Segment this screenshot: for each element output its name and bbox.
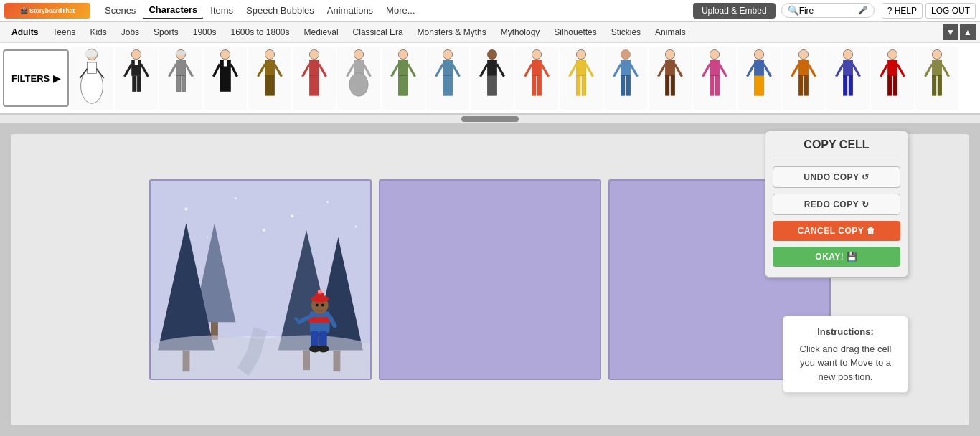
cat-animals[interactable]: Animals	[648, 24, 693, 41]
character-9[interactable]	[426, 47, 469, 110]
character-5[interactable]	[248, 47, 291, 110]
svg-line-17	[169, 64, 176, 77]
character-12[interactable]	[560, 47, 603, 110]
character-4[interactable]	[204, 47, 247, 110]
search-area: 🔍 🎤	[781, 3, 875, 18]
character-8[interactable]	[382, 47, 425, 110]
svg-rect-82	[715, 76, 720, 96]
redo-copy-button[interactable]: REDO COPY ↻	[773, 194, 900, 215]
filters-arrow-icon: ▶	[53, 73, 60, 84]
character-11[interactable]	[515, 47, 558, 110]
cat-sports[interactable]: Sports	[146, 24, 186, 41]
cat-jobs[interactable]: Jobs	[114, 24, 146, 41]
cat-medieval[interactable]: Medieval	[297, 24, 346, 41]
character-6[interactable]	[293, 47, 336, 110]
storyboard-cell-2[interactable]	[379, 179, 601, 380]
nav-scenes[interactable]: Scenes	[99, 2, 141, 19]
winter-scene	[151, 181, 370, 379]
svg-point-45	[443, 49, 453, 59]
svg-point-117	[185, 207, 188, 210]
character-3[interactable]	[159, 47, 202, 110]
cancel-copy-button[interactable]: CANCEL COPY 🗑	[773, 221, 900, 241]
svg-rect-64	[582, 76, 586, 96]
character-14[interactable]	[649, 47, 692, 110]
svg-line-71	[614, 64, 621, 77]
svg-rect-105	[893, 76, 897, 96]
mic-icon[interactable]: 🎤	[858, 6, 868, 15]
svg-point-19	[176, 51, 187, 56]
svg-rect-15	[177, 76, 182, 92]
nav-items[interactable]: Items	[204, 2, 239, 19]
svg-rect-93	[804, 76, 809, 96]
upload-embed-button[interactable]: Upload & Embed	[693, 3, 776, 19]
nav-more[interactable]: More...	[380, 2, 420, 19]
cat-stickies[interactable]: Stickies	[604, 24, 648, 41]
cat-arrow-down[interactable]: ▼	[943, 24, 958, 40]
okay-button[interactable]: OKAY! 💾	[773, 247, 900, 267]
character-20[interactable]	[915, 47, 958, 110]
character-16[interactable]	[738, 47, 781, 110]
svg-rect-14	[176, 60, 186, 76]
help-button[interactable]: ? HELP	[882, 3, 923, 19]
cat-adults[interactable]: Adults	[4, 24, 45, 41]
svg-point-25	[265, 49, 275, 59]
nav-speech-bubbles[interactable]: Speech Bubbles	[240, 2, 320, 19]
svg-rect-47	[443, 76, 453, 96]
cat-classical-era[interactable]: Classical Era	[346, 24, 410, 41]
svg-point-121	[207, 237, 208, 238]
cat-mythology[interactable]: Mythology	[494, 24, 547, 41]
svg-point-40	[399, 49, 408, 59]
cat-teens[interactable]: Teens	[45, 24, 83, 41]
character-10[interactable]	[471, 47, 514, 110]
svg-line-22	[214, 64, 220, 77]
character-17[interactable]	[782, 47, 825, 110]
cat-kids[interactable]: Kids	[83, 24, 113, 41]
nav-characters[interactable]: Characters	[143, 1, 203, 19]
character-18[interactable]	[826, 47, 870, 110]
svg-line-101	[853, 64, 860, 77]
cat-1600s-1800s[interactable]: 1600s to 1800s	[223, 24, 296, 41]
character-15[interactable]	[693, 47, 736, 110]
svg-line-94	[792, 64, 799, 77]
undo-copy-button[interactable]: UNDO COPY ↺	[773, 166, 900, 188]
cat-silhouettes[interactable]: Silhouettes	[547, 24, 603, 41]
svg-rect-87	[755, 76, 764, 96]
instructions-title: Instructions:	[793, 325, 897, 339]
svg-line-112	[925, 64, 933, 77]
character-19[interactable]	[871, 47, 914, 110]
svg-rect-27	[265, 76, 275, 96]
character-7[interactable]	[337, 47, 380, 110]
logout-button[interactable]: LOG OUT	[925, 3, 976, 19]
svg-line-38	[347, 64, 354, 77]
svg-point-20	[221, 49, 230, 59]
svg-rect-69	[621, 76, 626, 96]
character-2[interactable]	[115, 47, 158, 110]
svg-line-95	[809, 64, 816, 77]
character-1[interactable]	[70, 47, 113, 110]
svg-point-139	[318, 346, 329, 353]
svg-point-50	[488, 49, 497, 59]
cat-1900s[interactable]: 1900s	[186, 24, 224, 41]
svg-rect-110	[933, 76, 937, 96]
cat-arrow-up[interactable]: ▲	[960, 24, 976, 40]
filters-button[interactable]: FILTERS ▶	[3, 49, 69, 107]
search-input[interactable]	[799, 6, 857, 16]
svg-point-122	[263, 229, 265, 232]
svg-line-48	[436, 64, 443, 77]
svg-rect-98	[844, 76, 848, 96]
svg-point-79	[710, 49, 720, 59]
svg-rect-8	[133, 76, 137, 92]
character-13[interactable]	[604, 47, 647, 110]
svg-point-123	[355, 226, 357, 228]
scroll-thumb[interactable]	[461, 116, 519, 122]
svg-line-49	[453, 64, 460, 77]
nav-animations[interactable]: Animations	[321, 2, 379, 19]
storyboard-cell-1[interactable]	[149, 179, 372, 380]
cat-monsters-myths[interactable]: Monsters & Myths	[410, 24, 494, 41]
svg-line-59	[525, 64, 532, 77]
svg-point-85	[755, 49, 764, 59]
svg-line-44	[408, 64, 415, 77]
svg-rect-81	[710, 76, 715, 96]
svg-line-54	[497, 64, 504, 77]
svg-rect-12	[135, 60, 138, 65]
